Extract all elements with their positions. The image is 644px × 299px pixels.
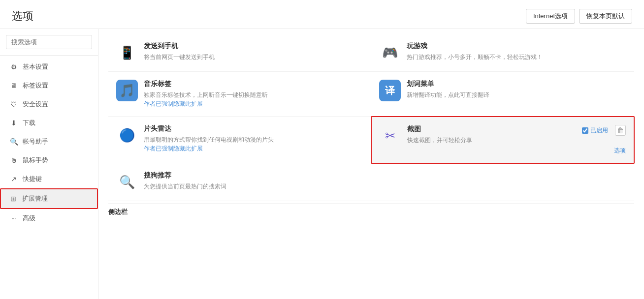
ext-desc: 快速截图，并可轻松分享 (407, 136, 626, 145)
sidebar-item-basic[interactable]: ⚙ 基本设置 (0, 58, 98, 76)
sidebar-item-advanced[interactable]: ··· 高级 (0, 209, 98, 228)
sidebar-item-label: 扩展管理 (22, 194, 48, 203)
mouse-icon: 🖱 (10, 156, 18, 164)
screenshot-icon: ✂ (380, 125, 401, 147)
main-content: 📱 发送到手机 将当前网页一键发送到手机 🎮 玩游戏 热门游戏推荐，小号多开，顺… (98, 29, 644, 299)
ext-enabled-label: 已启用 (590, 126, 608, 135)
more-icon: ··· (10, 214, 18, 222)
search-box (6, 35, 92, 49)
sidebar-item-label: 高级 (23, 214, 35, 223)
ext-item-send-to-phone: 📱 发送到手机 将当前网页一键发送到手机 (108, 34, 371, 72)
translate-icon: 译 (379, 80, 401, 101)
ext-name: 玩游戏 (407, 42, 626, 51)
ext-header-left: 截图 (407, 125, 421, 136)
shield-icon: 🛡 (10, 100, 18, 108)
internet-options-button[interactable]: Internet选项 (526, 9, 575, 24)
sidebar-item-extension[interactable]: ⊞ 扩展管理 (0, 188, 98, 209)
play-games-icon: 🎮 (379, 42, 401, 63)
sidebar-item-label: 帐号助手 (23, 137, 48, 146)
ext-item-screenshot: ✂ 截图 已启用 🗑 (371, 116, 635, 164)
section-sidebar-header: 侧边栏 (108, 203, 634, 218)
sidebar-item-security[interactable]: 🛡 安全设置 (0, 95, 98, 114)
ext-desc-text: 独家音乐标签技术，上网听音乐一键切换随意听 (144, 91, 268, 98)
ext-options-link[interactable]: 选项 (407, 147, 626, 155)
ext-item-translate: 译 划词菜单 新增翻译功能，点此可直接翻译 (371, 72, 634, 117)
sidebar-item-tab[interactable]: 🖥 标签设置 (0, 76, 98, 95)
piantou-icon: 🔵 (116, 124, 138, 146)
ext-desc: 热门游戏推荐，小号多开，顺畅不卡，轻松玩游戏！ (407, 53, 626, 61)
extension-icon: ⊞ (9, 195, 17, 203)
sidebar-item-label: 快捷键 (23, 175, 42, 183)
ext-desc: 独家音乐标签技术，上网听音乐一键切换随意听 作者已强制隐藏此扩展 (144, 90, 363, 108)
restore-defaults-button[interactable]: 恢复本页默认 (579, 9, 632, 24)
ext-content: 片头雷达 用最聪明的方式帮你找到任何电视剧和动漫的片头 作者已强制隐藏此扩展 (144, 124, 363, 153)
extension-grid: 📱 发送到手机 将当前网页一键发送到手机 🎮 玩游戏 热门游戏推荐，小号多开，顺… (108, 34, 634, 201)
ext-name: 搜狗推荐 (144, 171, 363, 180)
ext-item-search-recommend: 🔍 搜狗推荐 为您提供当前页最热门的搜索词 (108, 163, 371, 201)
ext-desc: 新增翻译功能，点此可直接翻译 (407, 90, 626, 99)
search-input[interactable] (6, 35, 92, 49)
ext-name: 截图 (407, 125, 421, 134)
account-icon: 🔍 (10, 138, 18, 146)
sidebar-item-download[interactable]: ⬇ 下载 (0, 114, 98, 132)
ext-enabled-checkbox[interactable] (582, 127, 588, 134)
ext-item-header: 截图 已启用 🗑 (407, 125, 626, 136)
sidebar-item-hotkey[interactable]: ↗ 快捷键 (0, 170, 98, 188)
sidebar-item-account[interactable]: 🔍 帐号助手 (0, 132, 98, 151)
ext-content: 划词菜单 新增翻译功能，点此可直接翻译 (407, 80, 626, 99)
ext-content: 截图 已启用 🗑 快速截图，并可轻松分享 选项 (407, 125, 626, 155)
download-icon: ⬇ (10, 119, 18, 127)
hotkey-icon: ↗ (10, 175, 18, 183)
sidebar-item-label: 下载 (23, 119, 35, 127)
ext-name: 划词菜单 (407, 80, 626, 89)
ext-content: 发送到手机 将当前网页一键发送到手机 (144, 42, 363, 61)
sidebar-item-label: 基本设置 (23, 62, 48, 71)
sidebar-item-label: 鼠标手势 (23, 156, 48, 165)
gear-icon: ⚙ (10, 63, 18, 71)
sidebar: ⚙ 基本设置 🖥 标签设置 🛡 安全设置 ⬇ 下载 🔍 帐号助手 🖱 鼠标手 (0, 29, 98, 299)
ext-name: 音乐标签 (144, 80, 363, 89)
sidebar-item-label: 标签设置 (23, 81, 48, 90)
sidebar-item-mouse[interactable]: 🖱 鼠标手势 (0, 151, 98, 170)
tab-icon: 🖥 (10, 82, 18, 90)
music-tag-icon: 🎵 (116, 80, 138, 101)
page-title: 选项 (12, 9, 33, 24)
ext-delete-button[interactable]: 🗑 (615, 125, 626, 136)
ext-content: 玩游戏 热门游戏推荐，小号多开，顺畅不卡，轻松玩游戏！ (407, 42, 626, 61)
ext-item-play-games: 🎮 玩游戏 热门游戏推荐，小号多开，顺畅不卡，轻松玩游戏！ (371, 34, 634, 72)
ext-hidden-link[interactable]: 作者已强制隐藏此扩展 (144, 100, 203, 107)
section-sidebar-title: 侧边栏 (108, 203, 128, 216)
ext-name: 片头雷达 (144, 124, 363, 133)
ext-desc: 将当前网页一键发送到手机 (144, 53, 363, 61)
ext-name: 发送到手机 (144, 42, 363, 51)
ext-desc: 为您提供当前页最热门的搜索词 (144, 182, 363, 191)
sidebar-divider (0, 55, 98, 56)
ext-enabled-row: 已启用 (582, 126, 608, 135)
header: 选项 Internet选项 恢复本页默认 (0, 0, 644, 29)
ext-desc: 用最聪明的方式帮你找到任何电视剧和动漫的片头 作者已强制隐藏此扩展 (144, 135, 363, 153)
ext-content: 音乐标签 独家音乐标签技术，上网听音乐一键切换随意听 作者已强制隐藏此扩展 (144, 80, 363, 108)
ext-item-music-tag: 🎵 音乐标签 独家音乐标签技术，上网听音乐一键切换随意听 作者已强制隐藏此扩展 (108, 72, 371, 117)
ext-item-piantou: 🔵 片头雷达 用最聪明的方式帮你找到任何电视剧和动漫的片头 作者已强制隐藏此扩展 (108, 117, 371, 163)
ext-hidden-link[interactable]: 作者已强制隐藏此扩展 (144, 145, 203, 152)
search-recommend-icon: 🔍 (116, 171, 138, 193)
ext-item-empty (371, 163, 634, 201)
send-to-phone-icon: 📱 (116, 42, 138, 63)
ext-desc-text: 用最聪明的方式帮你找到任何电视剧和动漫的片头 (144, 136, 274, 143)
ext-controls: 已启用 🗑 (582, 125, 626, 136)
sidebar-item-label: 安全设置 (23, 100, 48, 109)
header-actions: Internet选项 恢复本页默认 (526, 9, 632, 24)
ext-content: 搜狗推荐 为您提供当前页最热门的搜索词 (144, 171, 363, 191)
